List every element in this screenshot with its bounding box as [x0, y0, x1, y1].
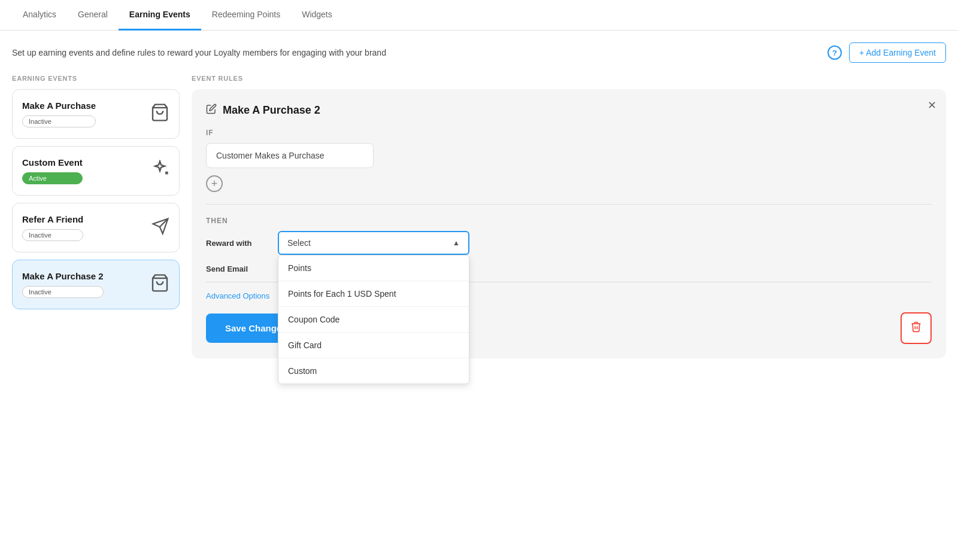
custom-event-icon: [150, 160, 169, 182]
card-badge-3: Inactive: [22, 229, 83, 241]
left-panel: EARNING EVENTS Make A Purchase Inactive …: [12, 75, 180, 557]
section-divider: [206, 204, 932, 205]
event-card-custom-event[interactable]: Custom Event Active: [12, 146, 180, 196]
select-container: Select ▲ Points Points for Each 1 USD Sp…: [278, 231, 469, 255]
header-right: ? + Add Earning Event: [827, 42, 946, 63]
event-card-left-3: Refer A Friend Inactive: [22, 214, 83, 241]
event-card-left: Make A Purchase Inactive: [22, 101, 96, 127]
dropdown-item-points[interactable]: Points: [278, 255, 469, 281]
event-card-left-4: Make A Purchase 2 Inactive: [22, 271, 104, 298]
top-nav: Analytics General Earning Events Redeemi…: [0, 0, 958, 31]
reward-dropdown-menu: Points Points for Each 1 USD Spent Coupo…: [278, 255, 469, 384]
rule-title-row: Make A Purchase 2: [206, 104, 932, 117]
card-title-1: Make A Purchase: [22, 101, 96, 111]
tab-general[interactable]: General: [67, 0, 119, 31]
add-earning-event-button[interactable]: + Add Earning Event: [849, 42, 946, 63]
send-email-label: Send Email: [206, 264, 266, 273]
advanced-options-link[interactable]: Advanced Options: [206, 291, 269, 300]
rules-container: ✕ Make A Purchase 2 IF Customer Makes a …: [192, 89, 946, 358]
event-card-left-2: Custom Event Active: [22, 157, 83, 184]
shopping-bag-icon-1: [150, 103, 169, 126]
right-panel: EVENT RULES ✕ Make A Purchase 2 IF Custo…: [192, 75, 946, 557]
edit-icon: [206, 104, 217, 117]
card-title-3: Refer A Friend: [22, 214, 83, 224]
card-badge-4: Inactive: [22, 286, 104, 298]
dropdown-item-gift-card[interactable]: Gift Card: [278, 333, 469, 358]
card-badge-2: Active: [22, 172, 83, 184]
close-button[interactable]: ✕: [927, 99, 936, 112]
tab-earning-events[interactable]: Earning Events: [119, 0, 201, 31]
card-title-4: Make A Purchase 2: [22, 271, 104, 281]
event-card-make-a-purchase[interactable]: Make A Purchase Inactive: [12, 89, 180, 139]
shopping-bag-icon-2: [150, 273, 169, 296]
dropdown-item-points-usd[interactable]: Points for Each 1 USD Spent: [278, 281, 469, 307]
card-title-2: Custom Event: [22, 157, 83, 168]
rule-title: Make A Purchase 2: [223, 104, 320, 117]
event-rules-label: EVENT RULES: [192, 75, 946, 82]
event-card-refer-a-friend[interactable]: Refer A Friend Inactive: [12, 203, 180, 252]
page-header: Set up earning events and define rules t…: [0, 31, 958, 69]
if-label: IF: [206, 129, 932, 137]
help-icon[interactable]: ?: [827, 45, 842, 60]
event-card-make-a-purchase-2[interactable]: Make A Purchase 2 Inactive: [12, 260, 180, 309]
select-placeholder: Select: [287, 238, 311, 248]
chevron-up-icon: ▲: [453, 239, 460, 247]
dropdown-item-custom[interactable]: Custom: [278, 358, 469, 384]
page-description: Set up earning events and define rules t…: [12, 48, 386, 57]
condition-box: Customer Makes a Purchase: [206, 143, 374, 168]
card-badge-1: Inactive: [22, 115, 96, 127]
then-label: THEN: [206, 217, 932, 225]
earning-events-label: EARNING EVENTS: [12, 75, 180, 82]
tab-redeeming-points[interactable]: Redeeming Points: [201, 0, 291, 31]
delete-button[interactable]: [901, 312, 932, 344]
reward-select-wrapper: Select ▲: [278, 231, 469, 255]
main-content: EARNING EVENTS Make A Purchase Inactive …: [0, 69, 958, 560]
dropdown-item-coupon[interactable]: Coupon Code: [278, 307, 469, 333]
reward-row: Reward with Select ▲ Points Points for E…: [206, 231, 932, 255]
tab-widgets[interactable]: Widgets: [291, 0, 343, 31]
tab-analytics[interactable]: Analytics: [12, 0, 67, 31]
add-condition-button[interactable]: +: [206, 175, 223, 192]
reward-with-label: Reward with: [206, 239, 266, 248]
reward-select[interactable]: Select ▲: [278, 231, 469, 255]
send-icon: [151, 217, 169, 239]
